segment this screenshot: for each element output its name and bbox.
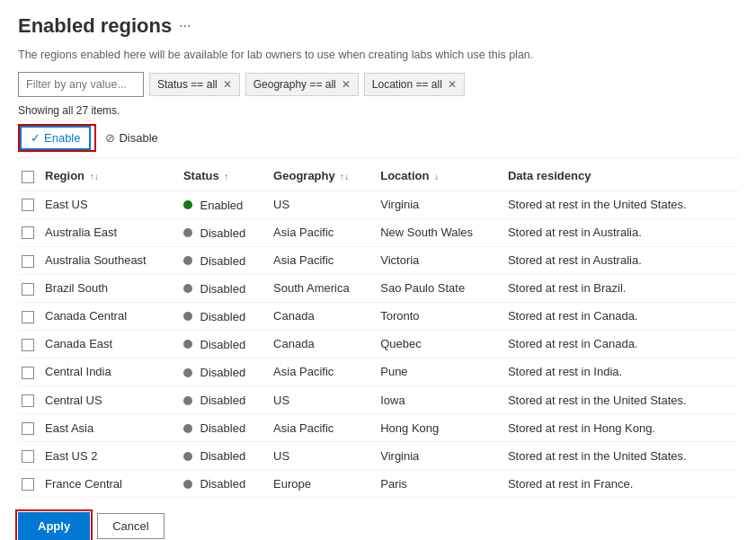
row-data-residency-10: Stored at rest in France. [504, 470, 738, 498]
row-data-residency-4: Stored at rest in Canada. [504, 302, 738, 330]
row-checkbox-7[interactable] [22, 394, 34, 407]
footer: Apply Cancel [18, 512, 738, 540]
row-status-4: Disabled [180, 302, 270, 330]
column-header-region[interactable]: Region ↑↓ [41, 162, 180, 190]
status-text-1: Disabled [200, 226, 246, 240]
row-region-8: East Asia [41, 414, 180, 442]
status-dot-0 [183, 200, 192, 209]
row-checkbox-cell-6[interactable] [18, 358, 41, 385]
row-checkbox-5[interactable] [22, 339, 34, 351]
disable-icon: ⊘ [105, 131, 115, 145]
status-dot-7 [183, 396, 192, 405]
row-checkbox-cell-7[interactable] [18, 386, 41, 414]
row-checkbox-9[interactable] [22, 450, 34, 463]
row-region-9: East US 2 [41, 442, 180, 470]
filter-row: Status == all ✕ Geography == all ✕ Locat… [18, 72, 738, 97]
table-row: East US 2 Disabled US Virginia Stored at… [18, 442, 738, 470]
row-checkbox-cell-5[interactable] [18, 330, 41, 358]
row-data-residency-9: Stored at rest in the United States. [504, 442, 738, 470]
status-dot-8 [183, 424, 192, 433]
column-header-location[interactable]: Location ↓ [377, 162, 504, 190]
select-all-cell[interactable] [18, 162, 41, 190]
row-geography-6: Asia Pacific [270, 358, 377, 385]
row-checkbox-1[interactable] [22, 226, 34, 239]
row-checkbox-6[interactable] [22, 367, 34, 379]
row-checkbox-cell-0[interactable] [18, 190, 41, 218]
row-checkbox-0[interactable] [22, 199, 34, 211]
row-checkbox-cell-8[interactable] [18, 414, 41, 442]
row-region-10: France Central [41, 470, 180, 498]
status-filter-clear[interactable]: ✕ [223, 78, 232, 91]
status-dot-1 [183, 228, 192, 237]
row-checkbox-cell-2[interactable] [18, 246, 41, 274]
showing-text: Showing all 27 items. [18, 104, 738, 117]
table-header-row: Region ↑↓ Status ↑ Geography ↑↓ Location… [18, 162, 738, 190]
more-options-icon[interactable]: ··· [179, 18, 191, 34]
row-region-7: Central US [41, 386, 180, 414]
row-status-0: Enabled [180, 190, 270, 218]
table-row: East Asia Disabled Asia Pacific Hong Kon… [18, 414, 738, 442]
geography-filter-clear[interactable]: ✕ [342, 78, 351, 91]
row-checkbox-cell-4[interactable] [18, 302, 41, 330]
row-status-9: Disabled [180, 442, 270, 470]
filter-input[interactable] [18, 72, 144, 97]
row-region-3: Brazil South [41, 274, 180, 302]
row-checkbox-4[interactable] [22, 311, 34, 323]
location-filter-clear[interactable]: ✕ [448, 78, 457, 91]
status-dot-9 [183, 452, 192, 461]
row-checkbox-cell-3[interactable] [18, 274, 41, 302]
geography-sort-icon: ↑↓ [340, 172, 349, 181]
regions-table: Region ↑↓ Status ↑ Geography ↑↓ Location… [18, 162, 738, 498]
disable-button[interactable]: ⊘ Disable [96, 128, 166, 148]
row-checkbox-cell-10[interactable] [18, 470, 41, 498]
enable-btn-wrapper: ✓ Enable [18, 124, 96, 152]
row-checkbox-cell-9[interactable] [18, 442, 41, 470]
row-location-0: Virginia [377, 190, 504, 218]
table-row: Brazil South Disabled South America Sao … [18, 274, 738, 302]
location-sort-icon: ↓ [434, 172, 439, 181]
table-row: Central India Disabled Asia Pacific Pune… [18, 358, 738, 385]
row-data-residency-0: Stored at rest in the United States. [504, 190, 738, 218]
row-data-residency-1: Stored at rest in Australia. [504, 218, 738, 246]
column-header-geography[interactable]: Geography ↑↓ [270, 162, 377, 190]
row-data-residency-5: Stored at rest in Canada. [504, 330, 738, 358]
region-sort-icon: ↑↓ [90, 172, 99, 181]
row-status-2: Disabled [180, 246, 270, 274]
page-title-row: Enabled regions ··· [18, 14, 738, 38]
table-row: Canada Central Disabled Canada Toronto S… [18, 302, 738, 330]
page-title: Enabled regions [18, 14, 172, 38]
row-geography-7: US [270, 386, 377, 414]
row-checkbox-8[interactable] [22, 422, 34, 435]
status-text-5: Disabled [200, 338, 246, 351]
row-location-4: Toronto [377, 302, 504, 330]
location-filter-label: Location == all [372, 78, 442, 91]
row-status-1: Disabled [180, 218, 270, 246]
row-checkbox-2[interactable] [22, 255, 34, 268]
row-location-7: Iowa [377, 386, 504, 414]
status-filter-tag: Status == all ✕ [149, 73, 240, 96]
status-filter-label: Status == all [157, 78, 218, 91]
status-text-0: Enabled [200, 199, 244, 212]
row-checkbox-3[interactable] [22, 283, 34, 296]
row-checkbox-cell-1[interactable] [18, 218, 41, 246]
geography-filter-label: Geography == all [253, 78, 336, 91]
row-data-residency-2: Stored at rest in Australia. [504, 246, 738, 274]
enable-button[interactable]: ✓ Enable [20, 126, 91, 150]
disable-label: Disable [119, 131, 157, 145]
select-all-checkbox[interactable] [22, 171, 34, 183]
row-location-6: Pune [377, 358, 504, 385]
column-header-status[interactable]: Status ↑ [180, 162, 270, 190]
row-geography-8: Asia Pacific [270, 414, 377, 442]
row-geography-3: South America [270, 274, 377, 302]
location-filter-tag: Location == all ✕ [364, 73, 465, 96]
status-dot-5 [183, 340, 192, 349]
apply-button[interactable]: Apply [18, 512, 90, 540]
status-dot-10 [183, 480, 192, 489]
row-status-10: Disabled [180, 470, 270, 498]
table-row: Australia East Disabled Asia Pacific New… [18, 218, 738, 246]
row-checkbox-10[interactable] [22, 478, 34, 491]
row-status-8: Disabled [180, 414, 270, 442]
row-geography-2: Asia Pacific [270, 246, 377, 274]
cancel-button[interactable]: Cancel [97, 513, 164, 539]
row-location-3: Sao Paulo State [377, 274, 504, 302]
